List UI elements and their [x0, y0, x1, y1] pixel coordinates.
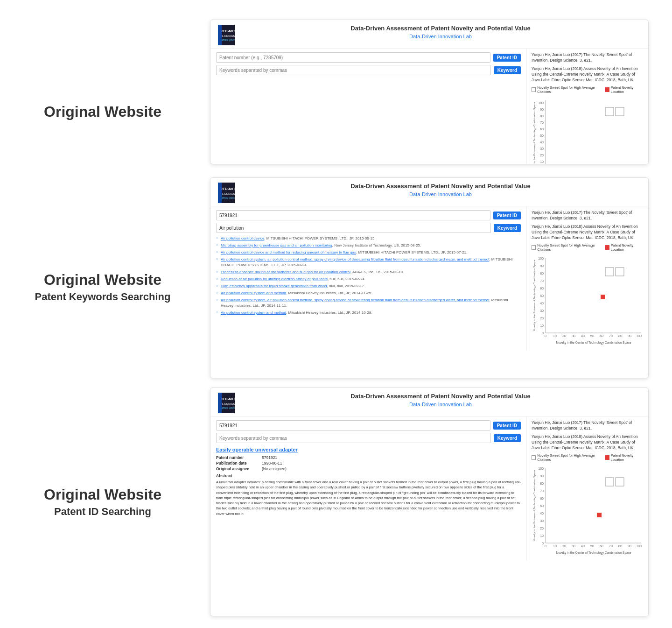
panel3-screenshot: SUTD-MIT INTL DESIGN CENTRE (IDC) Data-D…: [210, 388, 649, 616]
result-source: , MITSUBISHI HITACHI POWER SYSTEMS, LTD.…: [264, 236, 375, 240]
svg-rect-37: [218, 183, 222, 203]
panel2-legend-patent-dot: [605, 245, 609, 250]
result-source: , ADA-ES, Inc., US, 2015-03-10.: [350, 270, 404, 274]
panel3-patent-number-value: 5791921: [262, 455, 277, 460]
panel1-patent-input[interactable]: [216, 52, 490, 63]
panel3-patent-input[interactable]: [216, 420, 490, 430]
panel2-legend-sweet-box: [532, 245, 536, 250]
result-title[interactable]: High efficiency apparatus for liquid smo…: [221, 284, 327, 288]
panel1-patent-btn[interactable]: Patent ID: [493, 54, 521, 62]
svg-rect-4: [218, 25, 222, 45]
svg-text:80: 80: [618, 334, 622, 338]
panel2-app-subtitle: Data-Driven Innovation Lab: [240, 191, 641, 197]
panel2-chart: Novelty Sweet Spot for High Average Cita…: [532, 243, 644, 347]
list-item: Process to enhance mixing of dry sorbent…: [216, 269, 521, 275]
result-title[interactable]: Microtrap assembly for greenhouse gas an…: [221, 243, 332, 247]
svg-text:30: 30: [572, 334, 575, 338]
list-item: Reduction of air pollution by utilizing …: [216, 276, 521, 282]
panel3-legend-sweet-label: Novelty Sweet Spot for High Average Cita…: [537, 453, 602, 462]
svg-text:90: 90: [540, 108, 544, 111]
result-source: , null, null, 2015-02-24.: [328, 277, 365, 281]
svg-text:10: 10: [553, 334, 557, 338]
list-item: Air pollution control system, air pollut…: [216, 297, 521, 309]
svg-text:50: 50: [540, 294, 544, 297]
list-item: Microtrap assembly for greenhouse gas an…: [216, 243, 521, 248]
panel1-legend-sweet-label: Novelty Sweet Spot for High Average Cita…: [537, 85, 602, 94]
svg-text:Novelty in the Extreme of Tech: Novelty in the Extreme of Technology Com…: [533, 260, 536, 332]
list-item: Air pollution control system and method,…: [216, 290, 521, 296]
panel1-keyword-input[interactable]: [216, 65, 491, 75]
svg-text:Novelty in the Center of Techn: Novelty in the Center of Technology Comb…: [556, 341, 631, 345]
panel3-app-title: Data-Driven Assessment of Patent Novelty…: [240, 393, 641, 401]
svg-text:70: 70: [540, 489, 544, 493]
panel2-keyword-btn[interactable]: Keyword: [494, 224, 521, 232]
label-panel1: Original Website: [28, 103, 177, 120]
svg-text:10: 10: [540, 160, 544, 163]
panel1-ref2: Yuejun He, Jianxi Luo (2018) Assess Nove…: [532, 66, 644, 83]
list-item: Air pollution control device, MITSUBISHI…: [216, 236, 521, 241]
label-panel3-sub: Patent ID Searching: [28, 505, 177, 519]
result-title[interactable]: Air pollution control device and method …: [221, 250, 356, 254]
panel3-pub-date-value: 1998-06-11: [262, 461, 282, 466]
svg-text:90: 90: [628, 544, 631, 548]
panel2-patent-input[interactable]: [216, 210, 490, 220]
svg-text:60: 60: [600, 544, 603, 548]
svg-text:20: 20: [540, 154, 544, 157]
panel2-results-list: Air pollution control device, MITSUBISHI…: [216, 236, 521, 316]
panel1-legend-patent-dot: [605, 87, 609, 92]
panel1-legend-sweet-box: [532, 87, 536, 92]
svg-text:50: 50: [540, 504, 544, 508]
panel3-legend-sweet-box: [532, 455, 536, 460]
result-title[interactable]: Air pollution control device: [221, 236, 264, 240]
svg-text:40: 40: [581, 334, 585, 338]
panel3-keyword-btn[interactable]: Keyword: [494, 434, 521, 442]
panel1-app-title: Data-Driven Assessment of Patent Novelty…: [240, 25, 641, 33]
svg-text:50: 50: [590, 334, 594, 338]
svg-text:Novelty in the Center of Techn: Novelty in the Center of Technology Comb…: [556, 551, 631, 555]
panel1-patent-input-row: Patent ID: [216, 52, 521, 63]
svg-text:80: 80: [540, 114, 544, 118]
result-title[interactable]: Air pollution control system and method: [221, 291, 286, 295]
result-title[interactable]: Reduction of air pollution by utilizing …: [221, 277, 328, 281]
panel3-pub-date-label: Publication date: [216, 461, 258, 466]
panel2-logo: SUTD-MIT INTL DESIGN CENTRE (IDC): [218, 183, 235, 203]
panel3-chart-svg: 0 10 20 30 40 50 60 70 80 90 100 0 10 20: [532, 464, 644, 557]
panel1-header: SUTD-MIT INTL DESIGN CENTRE (IDC) Data-D…: [210, 20, 648, 49]
svg-rect-71: [218, 393, 222, 413]
panel3-keyword-input[interactable]: [216, 433, 491, 443]
svg-text:90: 90: [540, 264, 544, 268]
svg-text:20: 20: [562, 334, 566, 338]
result-title[interactable]: Air pollution control system, air pollut…: [221, 257, 489, 261]
panel2-chart-svg: 0 10 20 30 40 50 60 70 80 90 100 0 10 20: [532, 254, 644, 347]
result-title[interactable]: Process to enhance mixing of dry sorbent…: [221, 270, 350, 274]
panel3-app-subtitle: Data-Driven Innovation Lab: [240, 402, 641, 407]
result-title[interactable]: Air pollution control system and method: [221, 310, 286, 315]
panel3-chart: Novelty Sweet Spot for High Average Cita…: [532, 453, 644, 557]
panel3-patent-detail: Easily operable universal adapter Patent…: [216, 447, 521, 516]
panel2-ref1: Yuejun He, Jianxi Luo (2017) The Novelty…: [532, 210, 644, 221]
panel3-patent-number-row: Patent number 5791921: [216, 455, 521, 460]
panel3-logo: SUTD-MIT INTL DESIGN CENTRE (IDC): [218, 393, 235, 413]
svg-text:40: 40: [540, 302, 544, 305]
svg-text:40: 40: [540, 141, 544, 144]
panel3-ref1: Yuejun He, Jianxi Luo (2017) The Novelty…: [532, 420, 644, 431]
svg-text:10: 10: [553, 544, 557, 548]
svg-text:20: 20: [562, 544, 566, 548]
panel1-screenshot: SUTD-MIT INTL DESIGN CENTRE (IDC) Data-D…: [210, 20, 649, 164]
panel3-keyword-input-row: Keyword: [216, 433, 521, 443]
panel2-app-title: Data-Driven Assessment of Patent Novelty…: [240, 183, 641, 191]
result-title[interactable]: Air pollution control system, air pollut…: [221, 298, 489, 302]
svg-text:100: 100: [636, 544, 642, 548]
svg-text:80: 80: [540, 272, 544, 275]
panel3-ref2: Yuejun He, Jianxi Luo (2018) Assess Nove…: [532, 434, 644, 451]
svg-rect-100: [597, 513, 602, 517]
panel3-chart-legend: Novelty Sweet Spot for High Average Cita…: [532, 453, 644, 462]
panel3-patent-btn[interactable]: Patent ID: [493, 422, 521, 430]
svg-text:40: 40: [581, 544, 585, 548]
panel3-pub-date-row: Publication date 1998-06-11: [216, 461, 521, 466]
panel1-keyword-btn[interactable]: Keyword: [494, 66, 521, 74]
svg-text:100: 100: [538, 257, 544, 260]
panel2-patent-btn[interactable]: Patent ID: [493, 212, 521, 219]
result-source: , Mitsubishi Heavey Industries, Ltd., JP…: [286, 291, 372, 295]
panel2-keyword-input[interactable]: [216, 223, 491, 233]
